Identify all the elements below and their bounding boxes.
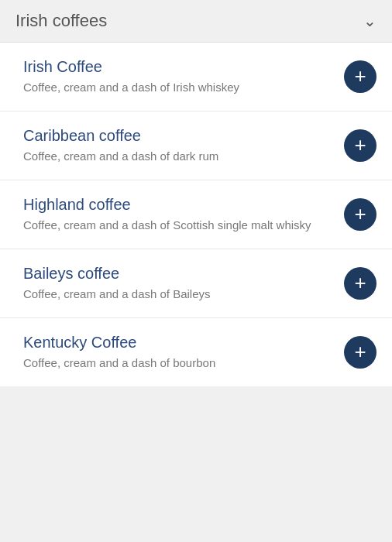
add-button-baileys-coffee[interactable]: + [344, 267, 377, 300]
item-description-highland-coffee: Coffee, cream and a dash of Scottish sin… [23, 217, 332, 233]
item-name-irish-coffee: Irish Coffee [23, 58, 332, 76]
item-name-highland-coffee: Highland coffee [23, 196, 332, 214]
add-button-highland-coffee[interactable]: + [344, 198, 377, 231]
item-name-caribbean-coffee: Caribbean coffee [23, 127, 332, 145]
item-description-kentucky-coffee: Coffee, cream and a dash of bourbon [23, 355, 332, 371]
add-button-kentucky-coffee[interactable]: + [344, 336, 377, 369]
list-container: Irish Coffee Coffee, cream and a dash of… [0, 43, 392, 386]
item-name-baileys-coffee: Baileys coffee [23, 265, 332, 283]
item-description-irish-coffee: Coffee, cream and a dash of Irish whiske… [23, 79, 332, 95]
item-content-kentucky-coffee: Kentucky Coffee Coffee, cream and a dash… [23, 334, 344, 371]
item-description-baileys-coffee: Coffee, cream and a dash of Baileys [23, 286, 332, 302]
add-button-caribbean-coffee[interactable]: + [344, 129, 377, 162]
header-title: Irish coffees [15, 11, 107, 31]
list-item: Kentucky Coffee Coffee, cream and a dash… [0, 318, 392, 386]
item-name-kentucky-coffee: Kentucky Coffee [23, 334, 332, 352]
add-button-irish-coffee[interactable]: + [344, 60, 377, 93]
plus-icon: + [354, 341, 366, 362]
list-item: Highland coffee Coffee, cream and a dash… [0, 180, 392, 249]
list-item: Caribbean coffee Coffee, cream and a das… [0, 111, 392, 180]
item-content-caribbean-coffee: Caribbean coffee Coffee, cream and a das… [23, 127, 344, 164]
header[interactable]: Irish coffees ⌄ [0, 0, 392, 43]
item-description-caribbean-coffee: Coffee, cream and a dash of dark rum [23, 148, 332, 164]
list-item: Baileys coffee Coffee, cream and a dash … [0, 249, 392, 318]
chevron-down-icon: ⌄ [363, 12, 377, 30]
item-content-baileys-coffee: Baileys coffee Coffee, cream and a dash … [23, 265, 344, 302]
list-item: Irish Coffee Coffee, cream and a dash of… [0, 43, 392, 111]
item-content-irish-coffee: Irish Coffee Coffee, cream and a dash of… [23, 58, 344, 95]
item-content-highland-coffee: Highland coffee Coffee, cream and a dash… [23, 196, 344, 233]
plus-icon: + [354, 135, 366, 155]
plus-icon: + [354, 273, 366, 293]
plus-icon: + [354, 204, 366, 224]
plus-icon: + [354, 66, 366, 86]
